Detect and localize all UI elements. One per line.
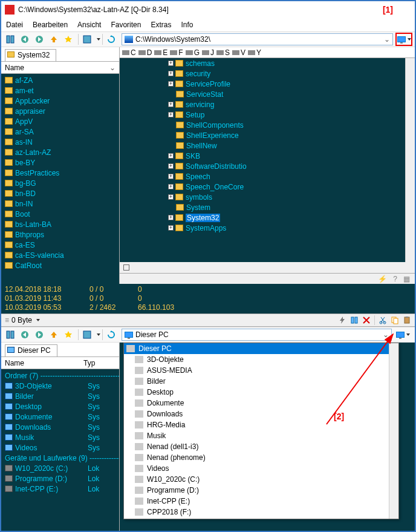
expand-icon[interactable]: + (168, 102, 174, 107)
drive-button[interactable]: F (170, 48, 183, 57)
list-item[interactable]: az-Latn-AZ (1, 147, 119, 157)
copy-icon[interactable] (391, 316, 399, 324)
cut-icon[interactable] (379, 316, 387, 324)
tree-item[interactable]: ServiceStat (120, 89, 415, 99)
forward-button[interactable] (33, 33, 46, 46)
list-item[interactable]: appraiser (1, 106, 119, 116)
list-item[interactable]: ar-SA (1, 126, 119, 137)
monitor-dropdown-button[interactable] (395, 33, 412, 46)
checkbox-icon[interactable] (123, 264, 129, 271)
menu-edit[interactable]: Bearbeiten (33, 21, 68, 29)
drive-button[interactable]: Y (248, 48, 261, 57)
menu-favorites[interactable]: Favoriten (111, 21, 141, 29)
expand-icon[interactable]: + (168, 61, 174, 66)
delete-icon[interactable] (362, 316, 371, 324)
list-item[interactable]: AppV (1, 116, 119, 126)
folder-list-bottom-left[interactable]: Ordner (7) -----------------------------… (1, 369, 119, 531)
group-header[interactable]: Ordner (7) -----------------------------… (1, 370, 119, 381)
list-item[interactable]: as-IN (1, 137, 119, 147)
dropdown-item[interactable]: W10_2020c (C:) (124, 474, 398, 485)
drive-button[interactable]: E (154, 48, 167, 57)
tree-item[interactable]: +symbols (120, 192, 415, 202)
refresh-button[interactable] (105, 33, 118, 46)
expand-icon[interactable]: + (168, 81, 174, 87)
drive-button[interactable]: J (202, 48, 214, 57)
list-item[interactable]: CatRoot (1, 260, 119, 271)
list-item[interactable]: Inet-CPP (E:)Lok (1, 484, 119, 494)
back-button[interactable] (18, 33, 31, 46)
dropdown-item[interactable]: Downloads (124, 409, 398, 419)
dropdown-item[interactable]: ASUS-MEDIA (124, 365, 398, 376)
folder-tree[interactable]: +schemas+security+ServiceProfileServiceS… (120, 58, 415, 262)
menu-file[interactable]: Datei (6, 21, 23, 29)
tab-system32[interactable]: System32 (5, 49, 56, 61)
list-item[interactable]: BilderSys (1, 391, 119, 401)
dropdown-item[interactable]: Desktop (124, 387, 398, 398)
list-item[interactable]: DesktopSys (1, 401, 119, 412)
view-button[interactable] (80, 33, 94, 46)
tree-item[interactable]: ShellNew (120, 140, 415, 151)
drive-button[interactable]: D (138, 48, 152, 57)
list-item[interactable]: ca-ES-valencia (1, 250, 119, 260)
filter-icon[interactable] (350, 316, 359, 324)
tree-item[interactable]: +System32 (120, 212, 415, 223)
dropdown-item[interactable]: Nenad (dell1-i3) (124, 441, 398, 452)
list-item[interactable]: af-ZA (1, 75, 119, 85)
list-item[interactable]: VideosSys (1, 442, 119, 453)
tree-item[interactable]: System (120, 202, 415, 212)
list-item[interactable]: BestPractices (1, 168, 119, 178)
tree-item[interactable]: +ServiceProfile (120, 79, 415, 89)
expand-icon[interactable]: + (168, 184, 174, 189)
tree-item[interactable]: +Setup (120, 110, 415, 120)
dropdown-item[interactable]: Dokumente (124, 398, 398, 409)
up-button[interactable] (47, 328, 60, 341)
scrollbar-vertical[interactable] (389, 343, 398, 519)
dropdown-item[interactable]: Inet-CPP (E:) (124, 496, 398, 507)
group-header[interactable]: Geräte und Laufwerke (9) ---------------… (1, 453, 119, 463)
tree-item[interactable]: +SystemApps (120, 223, 415, 233)
monitor-dropdown-button[interactable] (394, 328, 411, 341)
paste-icon[interactable] (403, 316, 411, 324)
expand-icon[interactable]: + (168, 163, 174, 169)
dropdown-item[interactable]: 3D-Objekte (124, 354, 398, 365)
menu-info[interactable]: Info (181, 21, 193, 29)
expand-icon[interactable]: + (168, 71, 174, 76)
list-item[interactable]: Boot (1, 209, 119, 219)
tree-item[interactable]: +schemas (120, 58, 415, 68)
tree-item[interactable]: +Speech_OneCore (120, 182, 415, 192)
scrollbar-vertical[interactable] (405, 58, 415, 262)
tab-this-pc[interactable]: Dieser PC (5, 344, 57, 356)
address-bar-bottom[interactable]: Dieser PC ⌄ (122, 329, 392, 341)
help-icon[interactable]: ? (393, 275, 397, 283)
dropdown-item[interactable]: Dieser PC (124, 343, 398, 354)
tree-item[interactable]: ShellExperience (120, 130, 415, 140)
bolt-icon[interactable] (338, 316, 346, 324)
tree-item[interactable]: +Speech (120, 171, 415, 182)
menu-view[interactable]: Ansicht (77, 21, 101, 29)
favorites-button[interactable] (62, 328, 75, 341)
expand-icon[interactable]: + (168, 225, 174, 231)
dropdown-arrow-icon[interactable] (97, 333, 100, 336)
tree-item[interactable]: ShellComponents (120, 120, 415, 130)
dropdown-item[interactable]: Nenad (phenome) (124, 452, 398, 463)
tree-item[interactable]: +SoftwareDistributio (120, 161, 415, 171)
refresh-button[interactable] (105, 328, 118, 341)
forward-button[interactable] (33, 328, 46, 341)
expand-icon[interactable]: + (168, 215, 174, 220)
list-item[interactable]: ca-ES (1, 240, 119, 250)
list-item[interactable]: bg-BG (1, 178, 119, 188)
tree-item[interactable]: +SKB (120, 151, 415, 161)
address-dropdown[interactable]: Dieser PC3D-ObjekteASUS-MEDIABilderDeskt… (123, 343, 399, 519)
list-item[interactable]: bn-IN (1, 199, 119, 209)
up-button[interactable] (47, 33, 60, 46)
address-bar-top[interactable]: C:\Windows\System32\ ⌄ (122, 33, 393, 45)
dropdown-item[interactable]: HRG-Media (124, 419, 398, 430)
tree-item[interactable]: +servicing (120, 99, 415, 110)
dropdown-item[interactable]: Programme (D:) (124, 485, 398, 496)
pane-layout-button[interactable] (4, 328, 17, 341)
drive-button[interactable]: V (232, 48, 245, 57)
list-item[interactable]: AppLocker (1, 96, 119, 106)
drive-button[interactable]: G (186, 48, 200, 57)
list-item[interactable]: Bthprops (1, 229, 119, 240)
folder-list-top-left[interactable]: af-ZAam-etAppLockerappraiserAppVar-SAas-… (1, 74, 119, 284)
